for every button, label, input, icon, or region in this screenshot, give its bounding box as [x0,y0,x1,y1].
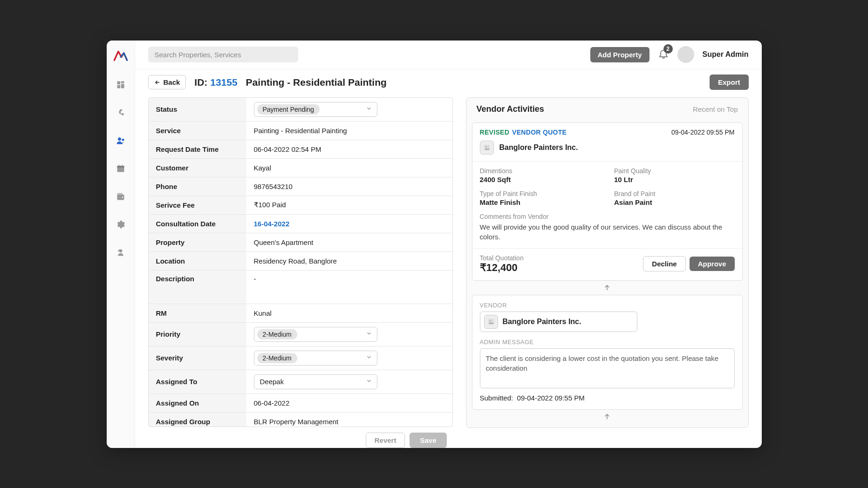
chevron-down-icon [366,105,372,113]
customer-label: Customer [149,159,246,177]
brand-label: Brand of Paint [614,190,735,197]
quote-timestamp: 09-04-2022 09:55 PM [671,129,734,136]
image-placeholder-icon [484,315,498,329]
property-label: Property [149,233,246,251]
arrow-up-icon [466,413,748,421]
save-button[interactable]: Save [410,433,446,448]
svg-rect-1 [121,81,124,83]
paint-value: 10 Ltr [614,176,735,183]
severity-value: 2-Medium [257,353,297,363]
decline-button[interactable]: Decline [643,256,685,271]
svg-rect-2 [121,84,124,88]
revert-button[interactable]: Revert [366,433,405,448]
rm-label: RM [149,304,246,322]
request-label: Request Date Time [149,140,246,158]
wallet-icon[interactable] [116,191,126,202]
svg-point-16 [489,320,491,321]
services-icon[interactable] [116,108,126,118]
assignedon-label: Assigned On [149,394,246,412]
user-name: Super Admin [703,50,749,59]
svg-rect-3 [117,85,120,88]
brand-logo [113,49,129,62]
finish-label: Type of Paint Finish [480,190,601,197]
severity-label: Severity [149,346,246,370]
arrow-up-icon [466,284,748,292]
export-button[interactable]: Export [710,75,749,90]
user-avatar[interactable] [677,46,694,63]
phone-label: Phone [149,177,246,196]
fee-value: ₹100 Paid [246,196,452,214]
revised-tag: REVISED [480,129,510,136]
assignedto-select[interactable]: Deepak [254,374,377,389]
search-input[interactable] [148,47,298,62]
service-label: Service [149,122,246,140]
details-table: Status Payment Pending ServicePainting -… [148,97,453,427]
sidebar [107,41,135,448]
topbar: Add Property 2 Super Admin [135,41,762,69]
add-property-button[interactable]: Add Property [590,47,649,62]
record-id: ID: 13155 [194,77,237,88]
service-value: Painting - Residential Painting [246,122,452,140]
location-label: Location [149,252,246,270]
severity-select[interactable]: 2-Medium [254,351,377,366]
desc-label: Description [149,271,246,304]
total-value: ₹12,400 [480,262,524,274]
chevron-down-icon [366,354,372,362]
app-window: Add Property 2 Super Admin Back ID: 1315… [107,41,762,448]
details-panel: Status Payment Pending ServicePainting -… [148,97,453,448]
chevron-down-icon [366,330,372,338]
support-icon[interactable] [116,247,126,258]
calendar-icon[interactable] [116,163,126,174]
svg-rect-8 [117,166,124,167]
image-placeholder-icon [480,141,494,155]
svg-point-11 [122,197,123,198]
status-label: Status [149,98,246,121]
notifications-icon[interactable]: 2 [658,48,669,61]
settings-icon[interactable] [116,219,126,230]
location-value: Residency Road, Banglore [246,252,452,270]
form-actions: Revert Save [148,427,453,448]
sort-label[interactable]: Recent on Top [693,105,738,113]
paint-label: Paint Quality [614,167,735,175]
phone-value: 9876543210 [246,177,452,196]
page-title: Painting - Residential Painting [246,77,387,88]
request-value: 06-04-2022 02:54 PM [246,140,452,158]
desc-value: - [246,271,452,304]
comment-value: We will provide you the good quality of … [480,222,735,242]
comment-label: Comments from Vendor [480,213,735,220]
dim-value: 2400 Sqft [480,176,601,183]
main-area: Add Property 2 Super Admin Back ID: 1315… [135,41,762,448]
consult-label: Consultation Date [149,215,246,233]
chevron-down-icon [366,378,372,386]
back-label: Back [164,78,180,86]
svg-rect-0 [117,81,120,84]
vendor-panel: Vendor Activities Recent on Top REVISED … [466,97,749,448]
fee-label: Serivce Fee [149,196,246,214]
status-select[interactable]: Payment Pending [254,102,377,117]
vendor-chip-name: Banglore Painters Inc. [503,318,581,326]
approve-button[interactable]: Approve [690,257,735,271]
vendor-quote-card: REVISED VENDOR QUOTE 09-04-2022 09:55 PM… [472,122,743,281]
brand-value: Asian Paint [614,198,735,206]
dashboard-icon[interactable] [116,80,126,90]
svg-point-12 [119,249,122,252]
vendor-chip-label: VENDOR [480,302,735,309]
admin-message-text[interactable]: The client is considering a lower cost i… [480,348,735,388]
customer-value: Kayal [246,159,452,177]
vendor-activities-card: Vendor Activities Recent on Top REVISED … [466,97,749,428]
customers-icon[interactable] [116,136,126,146]
assignedto-label: Assigned To [149,370,246,393]
assignedgroup-value: BLR Property Management [246,413,452,427]
assignedgroup-label: Assigned Group [149,413,246,427]
rm-value: Kunal [246,304,452,322]
svg-point-5 [118,137,121,141]
svg-point-14 [485,146,486,147]
status-value: Payment Pending [257,104,320,115]
consult-value[interactable]: 16-04-2022 [246,215,452,233]
vendor-name: Banglore Painters Inc. [499,143,578,152]
priority-select[interactable]: 2-Medium [254,327,377,342]
back-button[interactable]: Back [148,75,186,89]
finish-value: Matte Finish [480,198,601,206]
notification-badge: 2 [663,44,673,54]
vendor-chip[interactable]: Banglore Painters Inc. [480,312,638,332]
